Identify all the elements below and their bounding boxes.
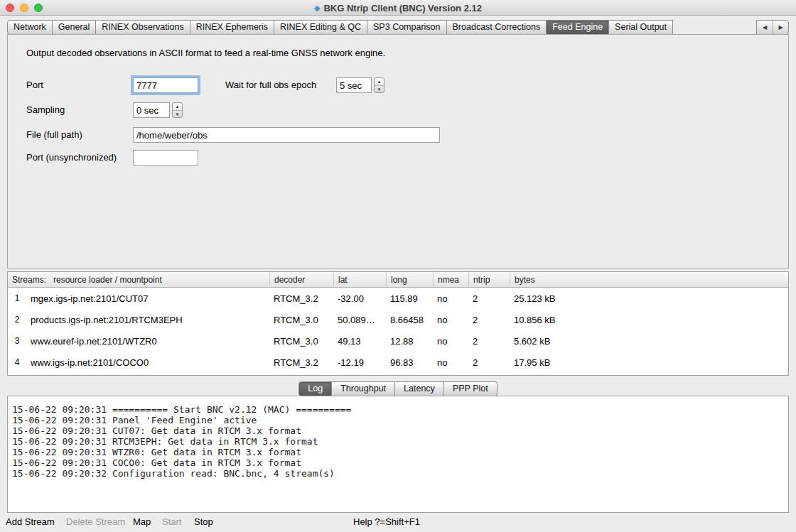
row-number: 2 (8, 315, 26, 325)
tab-broadcast-corrections[interactable]: Broadcast Corrections (447, 20, 547, 35)
titlebar[interactable]: ◆ BKG Ntrip Client (BNC) Version 2.12 (0, 0, 796, 16)
log-line: 15-06-22 09:20:31 ========== Start BNC v… (12, 404, 788, 415)
cell-bytes: 5.602 kB (510, 336, 788, 347)
tab-scroll-right-icon[interactable]: ▶ (773, 21, 788, 34)
cell-bytes: 17.95 kB (510, 357, 788, 368)
start-button[interactable]: Start (162, 513, 181, 532)
add-stream-button[interactable]: Add Stream (6, 513, 55, 532)
port-input[interactable] (133, 77, 198, 93)
cell-bytes: 25.123 kB (510, 293, 788, 304)
log-line: 15-06-22 09:20:32 Configuration read: BN… (12, 468, 788, 479)
table-header: Streams: resource loader / mountpoint de… (8, 272, 788, 288)
stepper-down-icon[interactable]: ▼ (375, 86, 384, 93)
tab-general[interactable]: General (53, 20, 96, 35)
cell-long: 96.83 (386, 357, 433, 368)
tab-ppp-plot[interactable]: PPP Plot (444, 381, 498, 396)
wait-epoch-label: Wait for full obs epoch (225, 77, 316, 93)
port-row: Port Wait for full obs epoch ▲ ▼ (8, 77, 788, 93)
zoom-button[interactable] (34, 4, 43, 12)
stepper-down-icon[interactable]: ▼ (173, 111, 182, 118)
log-panel[interactable]: 15-06-22 09:20:31 ========== Start BNC v… (7, 396, 789, 513)
table-row[interactable]: 2 products.igs-ip.net:2101/RTCM3EPH RTCM… (8, 309, 788, 330)
tab-feed-engine[interactable]: Feed Engine (547, 20, 609, 35)
cell-nmea: no (433, 336, 468, 347)
app-icon: ◆ (314, 4, 320, 13)
header-streams-mountpoint[interactable]: Streams: resource loader / mountpoint (8, 272, 269, 288)
bnc-window: ◆ BKG Ntrip Client (BNC) Version 2.12 Ne… (0, 0, 796, 532)
tab-sp3-comparison[interactable]: SP3 Comparison (367, 20, 447, 35)
header-lat[interactable]: lat (333, 272, 386, 288)
cell-nmea: no (433, 357, 468, 368)
main-tabbar: Network General RINEX Observations RINEX… (7, 20, 789, 35)
cell-ntrip: 2 (468, 357, 510, 368)
log-line: 15-06-22 09:20:31 COCO0: Get data in RTC… (12, 457, 788, 468)
port-unsync-input[interactable] (133, 150, 198, 165)
file-path-input[interactable] (133, 127, 440, 143)
log-line: 15-06-22 09:20:31 RTCM3EPH: Get data in … (12, 436, 788, 447)
table-row[interactable]: 1 mgex.igs-ip.net:2101/CUT07 RTCM_3.2 -3… (8, 288, 788, 309)
cell-mountpoint: products.igs-ip.net:2101/RTCM3EPH (26, 315, 269, 325)
table-row[interactable]: 3 www.euref-ip.net:2101/WTZR0 RTCM_3.0 4… (8, 330, 788, 352)
sampling-input[interactable] (133, 102, 170, 118)
header-ntrip[interactable]: ntrip (468, 272, 510, 288)
stepper-up-icon[interactable]: ▲ (173, 103, 182, 111)
window-title-text: BKG Ntrip Client (BNC) Version 2.12 (323, 3, 481, 13)
help-label: Help ?=Shift+F1 (353, 513, 420, 532)
log-line: 15-06-22 09:20:31 Panel 'Feed Engine' ac… (12, 415, 788, 425)
traffic-lights (6, 4, 43, 12)
table-row[interactable]: 4 www.igs-ip.net:2101/COCO0 RTCM_3.2 -12… (8, 352, 788, 373)
cell-bytes: 10.856 kB (510, 315, 788, 325)
cell-decoder: RTCM_3.0 (269, 315, 333, 325)
sampling-stepper[interactable]: ▲ ▼ (172, 102, 183, 118)
tab-scroll-left-icon[interactable]: ◀ (757, 21, 773, 34)
delete-stream-button[interactable]: Delete Stream (66, 513, 125, 532)
minimize-button[interactable] (20, 4, 28, 12)
bottom-tabbar: Log Throughput Latency PPP Plot (0, 381, 796, 396)
tab-rinex-ephemeris[interactable]: RINEX Ephemeris (190, 20, 274, 35)
log-line: 15-06-22 09:20:31 WTZR0: Get data in RTC… (12, 447, 788, 457)
tab-scroll-buttons: ◀ ▶ (756, 20, 789, 35)
header-bytes[interactable]: bytes (510, 272, 788, 288)
window-title: ◆ BKG Ntrip Client (BNC) Version 2.12 (0, 0, 796, 16)
cell-nmea: no (433, 293, 468, 304)
cell-lat: -32.00 (333, 293, 386, 304)
tab-network[interactable]: Network (7, 20, 53, 35)
sampling-row: Sampling ▲ ▼ (8, 102, 788, 118)
tab-rinex-editing-qc[interactable]: RINEX Editing & QC (274, 20, 367, 35)
header-nmea[interactable]: nmea (433, 272, 468, 288)
close-button[interactable] (6, 4, 14, 12)
map-button[interactable]: Map (133, 513, 151, 532)
action-bar: Add Stream Delete Stream Map Start Stop … (0, 513, 796, 532)
port-unsync-label: Port (unsynchronized) (26, 150, 117, 165)
cell-mountpoint: mgex.igs-ip.net:2101/CUT07 (26, 293, 269, 304)
tab-log[interactable]: Log (298, 381, 332, 396)
tab-throughput[interactable]: Throughput (332, 381, 395, 396)
sampling-label: Sampling (26, 102, 65, 118)
cell-mountpoint: www.igs-ip.net:2101/COCO0 (26, 357, 269, 368)
header-decoder[interactable]: decoder (269, 272, 333, 288)
cell-long: 115.89 (386, 293, 433, 304)
cell-ntrip: 2 (468, 336, 510, 347)
streams-table: Streams: resource loader / mountpoint de… (7, 271, 789, 376)
tab-rinex-observations[interactable]: RINEX Observations (96, 20, 190, 35)
tab-latency[interactable]: Latency (395, 381, 444, 396)
row-number: 1 (8, 293, 26, 303)
feed-engine-panel: Output decoded observations in ASCII for… (7, 34, 789, 268)
stepper-up-icon[interactable]: ▲ (375, 78, 384, 86)
header-long[interactable]: long (386, 272, 433, 288)
port-label: Port (26, 77, 43, 93)
tab-serial-output[interactable]: Serial Output (609, 20, 673, 35)
wait-epoch-stepper[interactable]: ▲ ▼ (374, 77, 384, 93)
tabbar-filler (673, 20, 756, 35)
panel-description: Output decoded observations in ASCII for… (26, 48, 385, 58)
file-label: File (full path) (26, 127, 82, 143)
file-row: File (full path) (8, 127, 788, 143)
cell-decoder: RTCM_3.0 (269, 336, 333, 347)
cell-ntrip: 2 (468, 315, 510, 325)
stop-button[interactable]: Stop (194, 513, 213, 532)
wait-epoch-input[interactable] (336, 77, 372, 93)
cell-lat: -12.19 (333, 357, 386, 368)
cell-lat: 50.089… (333, 315, 386, 325)
log-line: 15-06-22 09:20:31 CUT07: Get data in RTC… (12, 425, 788, 436)
row-number: 3 (8, 336, 26, 346)
